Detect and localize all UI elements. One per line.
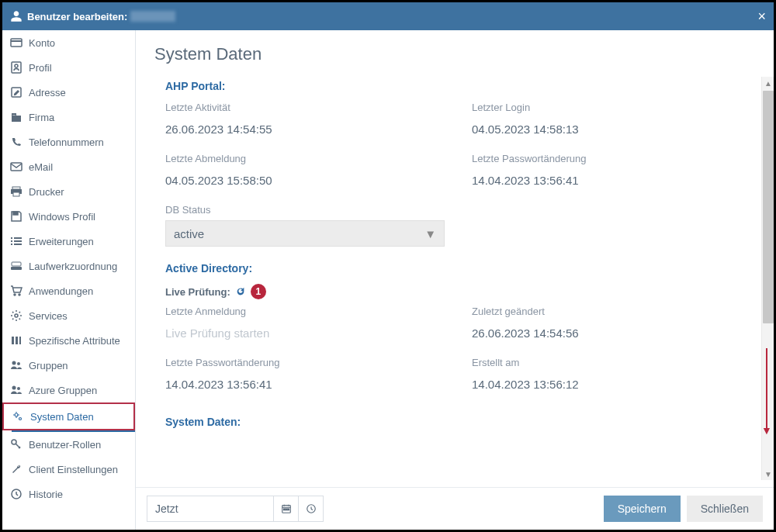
sidebar-item-rollen[interactable]: Benutzer-Rollen (2, 432, 135, 457)
scroll-down-icon[interactable]: ▼ (762, 468, 774, 480)
sidebar-label: Services (29, 310, 68, 322)
sidebar-item-gruppen[interactable]: Gruppen (2, 353, 135, 378)
svg-point-22 (14, 294, 16, 295)
scrollbar-thumb[interactable] (763, 91, 774, 323)
svg-point-23 (19, 294, 20, 295)
calendar-button[interactable] (274, 496, 299, 522)
key-icon (10, 438, 23, 451)
titlebar: Benutzer bearbeiten: × (2, 2, 774, 30)
svg-rect-14 (11, 237, 12, 239)
dialog-title: Benutzer bearbeiten: (27, 11, 127, 22)
sidebar-label: Profil (29, 62, 52, 74)
scroll-up-icon[interactable]: ▲ (762, 77, 774, 89)
date-input[interactable] (147, 496, 274, 522)
svg-rect-12 (13, 192, 19, 196)
sidebar-item-konto[interactable]: Konto (2, 30, 135, 55)
group-icon (10, 359, 23, 371)
card-icon (10, 36, 23, 49)
mail-icon (10, 161, 23, 173)
value-erstellt-am: 14.04.2023 13:56:12 (472, 373, 755, 402)
list-icon (10, 235, 23, 247)
scroll-area[interactable]: AHP Portal: Letzte Aktivität 26.06.2023 … (136, 72, 774, 487)
sidebar-label: Azure Gruppen (29, 385, 97, 396)
annotation-badge: 1 (251, 284, 266, 299)
refresh-icon[interactable] (235, 286, 246, 297)
building-icon (10, 111, 23, 123)
gears-icon (12, 410, 24, 423)
label-letzter-login: Letzter Login (472, 102, 755, 113)
sidebar-item-firma[interactable]: Firma (2, 105, 135, 130)
label-letzte-aktivitat: Letzte Aktivität (165, 102, 449, 113)
svg-point-33 (19, 418, 22, 420)
svg-point-31 (17, 387, 20, 390)
printer-icon (10, 185, 23, 198)
sidebar-label: Adresse (29, 87, 66, 98)
cart-icon (10, 285, 23, 297)
sidebar: Konto Profil Adresse Firma Telefonnummer… (2, 30, 136, 530)
calendar-icon (281, 503, 292, 514)
label-ad-pwchange: Letzte Passwortänderung (165, 357, 449, 368)
select-dbstatus[interactable]: active ▼ (165, 220, 445, 247)
sidebar-item-laufwerk[interactable]: Laufwerkzuordnung (2, 254, 135, 278)
svg-point-29 (17, 362, 20, 365)
history-icon (10, 488, 23, 500)
sidebar-item-historie[interactable]: Historie (2, 482, 135, 506)
svg-rect-27 (19, 337, 21, 344)
profile-icon (10, 61, 23, 74)
svg-rect-6 (16, 116, 21, 122)
sidebar-item-erweiterungen[interactable]: Erweiterungen (2, 229, 135, 254)
sidebar-label: Historie (29, 489, 63, 500)
svg-point-32 (15, 413, 18, 416)
sidebar-item-attribute[interactable]: Spezifische Attribute (2, 328, 135, 353)
sidebar-item-systemdaten[interactable]: System Daten (2, 402, 135, 430)
svg-point-24 (15, 314, 18, 317)
svg-rect-39 (287, 509, 289, 510)
wrench-icon (10, 463, 23, 475)
svg-point-3 (15, 64, 18, 67)
sidebar-item-profil[interactable]: Profil (2, 55, 135, 80)
close-icon[interactable]: × (757, 9, 766, 25)
sidebar-label: Spezifische Attribute (29, 335, 120, 347)
svg-rect-10 (12, 187, 20, 189)
value-ahp-pwchange: 14.04.2023 13:56:41 (472, 169, 755, 198)
sidebar-label: eMail (29, 161, 53, 173)
live-pruefung-label: Live Prüfung: (165, 286, 230, 298)
sidebar-item-adresse[interactable]: Adresse (2, 80, 135, 105)
sidebar-label: Firma (29, 112, 54, 123)
azure-group-icon (10, 384, 23, 396)
value-letzte-abmeldung: 04.05.2023 15:58:50 (165, 169, 449, 198)
value-letzte-anmeldung[interactable]: Live Prüfung starten (165, 322, 449, 351)
sidebar-label: Erweiterungen (29, 236, 94, 247)
value-letzte-aktivitat: 26.06.2023 14:54:55 (165, 118, 449, 147)
save-button[interactable]: Speichern (604, 496, 681, 522)
sidebar-item-azure[interactable]: Azure Gruppen (2, 378, 135, 402)
svg-rect-17 (14, 240, 22, 242)
sidebar-item-windows[interactable]: Windows Profil (2, 204, 135, 229)
close-button[interactable]: Schließen (687, 496, 763, 522)
sidebar-item-drucker[interactable]: Drucker (2, 179, 135, 204)
value-ad-pwchange: 14.04.2023 13:56:41 (165, 373, 449, 402)
svg-point-30 (12, 386, 16, 390)
sidebar-item-email[interactable]: eMail (2, 154, 135, 179)
edit-icon (10, 86, 23, 98)
time-button[interactable] (299, 496, 324, 522)
sidebar-item-services[interactable]: Services (2, 303, 135, 328)
svg-rect-19 (14, 244, 22, 245)
clock-icon (306, 503, 317, 514)
sidebar-item-telefon[interactable]: Telefonnummern (2, 130, 135, 154)
label-letzte-anmeldung: Letzte Anmeldung (165, 306, 449, 317)
sidebar-label: Telefonnummern (29, 136, 104, 148)
svg-rect-15 (14, 237, 22, 239)
svg-point-28 (12, 361, 16, 365)
svg-rect-9 (11, 163, 22, 171)
svg-rect-0 (11, 39, 22, 47)
sidebar-label: Anwendungen (29, 285, 93, 297)
drive-icon (10, 260, 23, 272)
svg-rect-13 (13, 212, 18, 215)
sidebar-item-client[interactable]: Client Einstellungen (2, 457, 135, 482)
sidebar-item-anwendungen[interactable]: Anwendungen (2, 278, 135, 303)
sidebar-label: Gruppen (29, 360, 68, 371)
label-ahp-pwchange: Letzte Passwortänderung (472, 153, 755, 164)
value-zuletzt-geaendert: 26.06.2023 14:54:56 (472, 322, 755, 351)
label-erstellt-am: Erstellt am (472, 357, 755, 368)
